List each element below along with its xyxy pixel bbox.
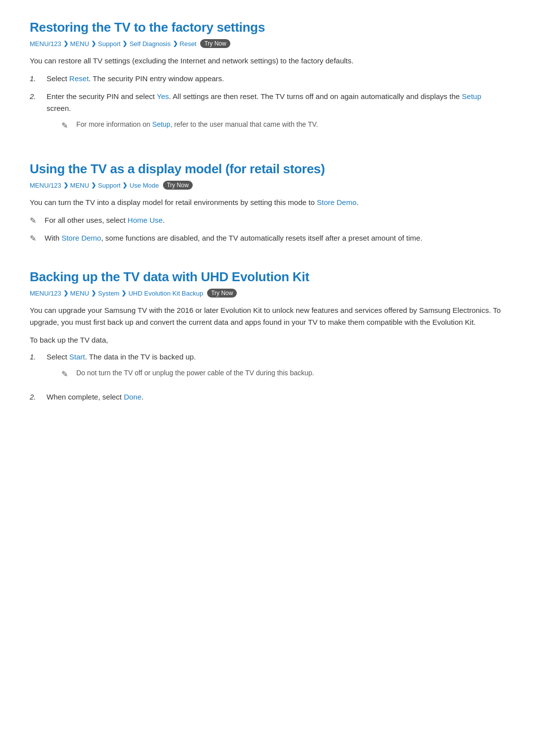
breadcrumb-uhd-1: MENU (70, 290, 89, 297)
highlight-store-demo-1: Store Demo (317, 198, 357, 206)
section-display-model: Using the TV as a display model (for ret… (30, 161, 505, 245)
uhd-body: You can upgrade your Samsung TV with the… (30, 304, 505, 328)
factory-note: ✎ For more information on Setup, refer t… (61, 119, 505, 132)
note-text-1: For more information on Setup, refer to … (76, 119, 318, 130)
bullet-store-demo: ✎ With Store Demo, some functions are di… (30, 232, 505, 245)
highlight-reset: Reset (69, 74, 89, 83)
uhd-step-2-text: When complete, select Done. (47, 391, 144, 403)
bullet-icon-2: ✎ (30, 232, 40, 245)
highlight-start: Start (69, 353, 85, 361)
step-2-text: Enter the security PIN and select Yes. A… (47, 91, 505, 137)
factory-step-2: 2. Enter the security PIN and select Yes… (30, 91, 505, 137)
highlight-setup-2: Setup (152, 120, 170, 128)
factory-reset-body: You can restore all TV settings (excludi… (30, 55, 505, 67)
bullet-text-1: For all other uses, select Home Use. (45, 214, 165, 226)
breadcrumb-uhd-sep-2: ❯ (121, 290, 126, 297)
breadcrumb-item-0: MENU/123 (30, 40, 61, 48)
highlight-home-use: Home Use (128, 216, 163, 224)
breadcrumb-dm-1: MENU (70, 182, 89, 189)
breadcrumb-uhd-3: UHD Evolution Kit Backup (128, 290, 203, 297)
breadcrumb-uhd-0: MENU/123 (30, 290, 61, 297)
section-uhd-backup: Backing up the TV data with UHD Evolutio… (30, 269, 505, 403)
breadcrumb-display-model: MENU/123 ❯ MENU ❯ Support ❯ Use Mode Try… (30, 181, 505, 190)
breadcrumb-sep-3: ❯ (173, 40, 178, 47)
display-model-body: You can turn the TV into a display model… (30, 197, 505, 208)
uhd-step-1-text: Select Start. The data in the TV is back… (47, 351, 314, 385)
breadcrumb-item-4: Reset (180, 40, 197, 48)
factory-step-1: 1. Select Reset. The security PIN entry … (30, 73, 505, 85)
breadcrumb-dm-2: Support (98, 182, 121, 189)
uhd-note-1: ✎ Do not turn the TV off or unplug the p… (61, 368, 314, 380)
highlight-done: Done (124, 393, 142, 401)
uhd-intro: To back up the TV data, (30, 334, 505, 346)
uhd-step-1: 1. Select Start. The data in the TV is b… (30, 351, 505, 385)
step-number-2: 2. (30, 91, 42, 137)
breadcrumb-sep-1: ❯ (91, 40, 96, 47)
breadcrumb-dm-sep-0: ❯ (63, 182, 68, 189)
highlight-yes: Yes (157, 92, 169, 101)
step-1-text: Select Reset. The security PIN entry win… (47, 73, 224, 85)
uhd-steps: 1. Select Start. The data in the TV is b… (30, 351, 505, 403)
highlight-setup-1: Setup (462, 92, 481, 101)
factory-reset-steps: 1. Select Reset. The security PIN entry … (30, 73, 505, 137)
note-icon-uhd-1: ✎ (61, 368, 71, 380)
breadcrumb-uhd-sep-0: ❯ (63, 290, 68, 297)
section-title-uhd: Backing up the TV data with UHD Evolutio… (30, 269, 505, 285)
highlight-store-demo-2: Store Demo (61, 234, 101, 242)
uhd-step-2: 2. When complete, select Done. (30, 391, 505, 403)
breadcrumb-sep-2: ❯ (122, 40, 127, 47)
step-number-1: 1. (30, 73, 42, 85)
bullet-text-2: With Store Demo, some functions are disa… (45, 232, 423, 244)
breadcrumb-item-2: Support (98, 40, 121, 48)
try-now-badge-uhd[interactable]: Try Now (207, 289, 237, 298)
breadcrumb-sep-0: ❯ (63, 40, 68, 47)
breadcrumb-dm-sep-1: ❯ (91, 182, 96, 189)
bullet-home-use: ✎ For all other uses, select Home Use. (30, 214, 505, 227)
breadcrumb-dm-3: Use Mode (129, 182, 159, 189)
breadcrumb-uhd-2: System (98, 290, 119, 297)
breadcrumb-item-3: Self Diagnosis (129, 40, 170, 48)
try-now-badge-factory[interactable]: Try Now (200, 39, 230, 48)
breadcrumb-factory-reset: MENU/123 ❯ MENU ❯ Support ❯ Self Diagnos… (30, 39, 505, 48)
breadcrumb-uhd-sep-1: ❯ (91, 290, 96, 297)
breadcrumb-item-1: MENU (70, 40, 89, 48)
section-title-factory-reset: Restoring the TV to the factory settings (30, 20, 505, 35)
breadcrumb-uhd: MENU/123 ❯ MENU ❯ System ❯ UHD Evolution… (30, 289, 505, 298)
breadcrumb-dm-sep-2: ❯ (122, 182, 127, 189)
breadcrumb-dm-0: MENU/123 (30, 182, 61, 189)
bullet-icon-1: ✎ (30, 214, 40, 227)
section-factory-reset: Restoring the TV to the factory settings… (30, 20, 505, 137)
display-model-bullets: ✎ For all other uses, select Home Use. ✎… (30, 214, 505, 245)
uhd-step-number-1: 1. (30, 351, 42, 385)
uhd-step-number-2: 2. (30, 391, 42, 403)
uhd-note-text-1: Do not turn the TV off or unplug the pow… (76, 368, 314, 378)
section-title-display-model: Using the TV as a display model (for ret… (30, 161, 505, 177)
note-icon-1: ✎ (61, 120, 71, 132)
try-now-badge-display[interactable]: Try Now (163, 181, 193, 190)
